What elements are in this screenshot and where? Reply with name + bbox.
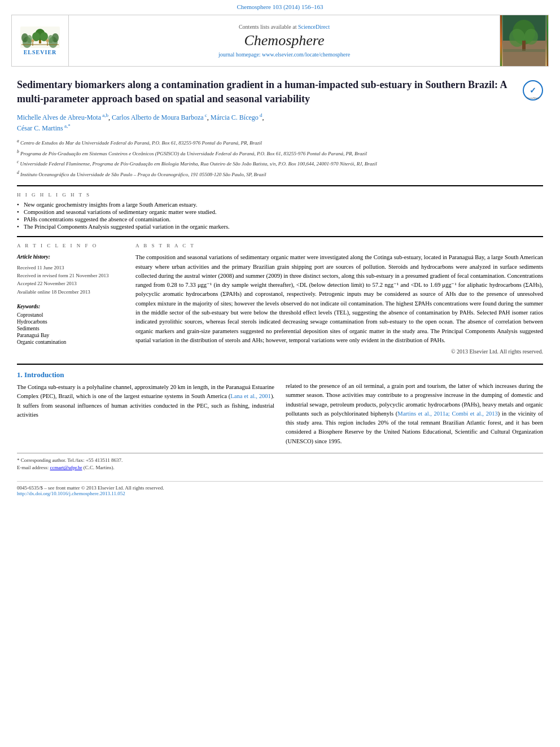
- svg-point-20: [524, 29, 538, 45]
- article-info-header: A R T I C L E I N F O: [17, 243, 124, 248]
- abstract-header: A B S T R A C T: [135, 243, 543, 248]
- author-4: César C. Martins a,*: [17, 124, 71, 132]
- intro-right-text: related to the presence of an oil termin…: [286, 382, 543, 446]
- doi-link[interactable]: http://dx.doi.org/10.1016/j.chemosphere.…: [17, 491, 125, 496]
- keyword-4: Paranaguá Bay: [17, 332, 124, 339]
- authors-line: Michelle Alves de Abreu-Mota a,b, Carlos…: [17, 112, 543, 133]
- homepage-line: journal homepage: www.elsevier.com/locat…: [218, 51, 350, 58]
- doi-url: http://dx.doi.org/10.1016/j.chemosphere.…: [17, 491, 125, 496]
- highlight-item-2: Composition and seasonal variations of s…: [17, 208, 543, 216]
- author-3: Márcia C. Bícego d,: [211, 113, 264, 121]
- keyword-5: Organic contamination: [17, 339, 124, 346]
- ref-martins-link[interactable]: Martins et al., 2011a;: [397, 410, 449, 417]
- svg-text:CrossMark: CrossMark: [527, 97, 540, 99]
- introduction-columns: 1. Introduction The Cotinga sub-estuary …: [17, 370, 543, 446]
- introduction-section: 1. Introduction The Cotinga sub-estuary …: [17, 364, 543, 446]
- keywords-section: Keywords: Coprostanol Hydrocarbons Sedim…: [17, 304, 124, 346]
- svg-point-6: [48, 35, 54, 43]
- footnotes-section: * Corresponding author. Tel./fax: +55 41…: [17, 453, 543, 472]
- footnote-email: E-mail address: ccmart@ufpr.br (C.C. Mar…: [17, 464, 543, 472]
- keyword-3: Sediments: [17, 325, 124, 332]
- abstract-column: A B S T R A C T The composition and seas…: [135, 243, 543, 355]
- svg-text:✓: ✓: [530, 86, 536, 95]
- abstract-text: The composition and seasonal variations …: [135, 253, 543, 345]
- article-info-abstract: A R T I C L E I N F O Article history: R…: [17, 243, 543, 355]
- history-title: Article history:: [17, 253, 124, 261]
- keyword-2: Hydrocarbons: [17, 318, 124, 325]
- affiliation-a: a Centro de Estudos do Mar da Universida…: [17, 138, 543, 147]
- author-2-sup: c: [204, 112, 207, 118]
- author-1-link[interactable]: Michelle Alves de Abreu-Mota: [17, 113, 101, 121]
- highlight-item-1: New organic geochemistry insights from a…: [17, 201, 543, 208]
- section-title-text: Introduction: [24, 370, 64, 379]
- homepage-prefix: journal homepage:: [218, 51, 262, 58]
- highlights-list: New organic geochemistry insights from a…: [17, 201, 543, 230]
- accepted-date: Accepted 22 November 2013: [17, 279, 124, 287]
- author-2: Carlos Alberto de Moura Barboza c,: [112, 113, 211, 121]
- highlight-item-3: PAHs concentrations suggested the absenc…: [17, 216, 543, 223]
- author-2-link[interactable]: Carlos Alberto de Moura Barboza: [112, 113, 204, 121]
- author-3-link[interactable]: Márcia C. Bícego: [211, 113, 259, 121]
- elsevier-brand-text: ELSEVIER: [24, 49, 57, 55]
- journal-reference: Chemosphere 103 (2014) 156–163: [0, 0, 560, 12]
- author-1: Michelle Alves de Abreu-Mota a,b,: [17, 113, 112, 121]
- crossmark-icon: ✓ CrossMark: [523, 80, 543, 101]
- svg-point-14: [46, 39, 49, 42]
- email-address: ccmart@ufpr.br: [50, 465, 82, 470]
- intro-left-text: The Cotinga sub-estuary is a polyhaline …: [17, 383, 274, 420]
- svg-point-12: [32, 39, 34, 42]
- journal-ref-text: Chemosphere 103 (2014) 156–163: [237, 3, 323, 10]
- svg-point-3: [27, 35, 32, 43]
- highlight-item-4: The Principal Components Analysis sugges…: [17, 223, 543, 230]
- divider-highlights: [17, 185, 543, 186]
- affiliations-section: a Centro de Estudos do Mar da Universida…: [17, 138, 543, 178]
- journal-cover-image: [500, 15, 548, 66]
- author-3-sup: d: [259, 112, 262, 118]
- svg-rect-22: [503, 49, 545, 52]
- section-number: 1.: [17, 370, 23, 379]
- keywords-list: Coprostanol Hydrocarbons Sediments Paran…: [17, 312, 124, 346]
- article-info-column: A R T I C L E I N F O Article history: R…: [17, 243, 124, 355]
- elsevier-logo-container: ELSEVIER: [12, 15, 68, 66]
- ref-combi-link[interactable]: Combi et al., 2013: [452, 410, 498, 417]
- journal-header: ELSEVIER Contents lists available at Sci…: [11, 15, 549, 67]
- elsevier-logo: ELSEVIER: [18, 25, 63, 56]
- intro-left-column: 1. Introduction The Cotinga sub-estuary …: [17, 370, 274, 446]
- divider-article-info: [17, 236, 543, 237]
- email-link[interactable]: ccmart@ufpr.br: [50, 465, 82, 470]
- author-4-link[interactable]: César C. Martins: [17, 124, 63, 132]
- ref-lana-link[interactable]: Lana et al., 2001: [230, 393, 271, 399]
- affiliation-d: d Instituto Oceanográfico da Universidad…: [17, 169, 543, 179]
- highlights-section: H I G H L I G H T S New organic geochemi…: [17, 192, 543, 230]
- revised-date: Received in revised form 21 November 201…: [17, 272, 124, 279]
- issn-text: 0045-6535/$ – see front matter © 2013 El…: [17, 485, 164, 491]
- intro-right-column: related to the presence of an oil termin…: [286, 370, 543, 446]
- bottom-bar: 0045-6535/$ – see front matter © 2013 El…: [17, 481, 543, 501]
- affiliation-b: b Programa de Pós-Graduação em Sistemas …: [17, 148, 543, 158]
- keyword-1: Coprostanol: [17, 312, 124, 318]
- available-date: Available online 18 December 2013: [17, 288, 124, 296]
- article-title: Sedimentary biomarkers along a contamina…: [17, 78, 543, 106]
- crossmark-badge: ✓ CrossMark: [523, 80, 543, 102]
- homepage-url[interactable]: www.elsevier.com/locate/chemosphere: [262, 51, 350, 58]
- email-suffix: (C.C. Martins).: [82, 465, 115, 470]
- cover-thumbnail: [502, 15, 547, 66]
- sciencedirect-link[interactable]: ScienceDirect: [298, 24, 330, 30]
- copyright-text: © 2013 Elsevier Ltd. All rights reserved…: [135, 348, 543, 355]
- section-title: 1. Introduction: [17, 370, 274, 379]
- cover-art-icon: [503, 15, 545, 66]
- sciencedirect-prefix: Contents lists available at: [239, 24, 296, 30]
- affiliation-c: c Universidade Federal Fluminense, Progr…: [17, 159, 543, 168]
- article-history: Article history: Received 11 June 2013 R…: [17, 253, 124, 296]
- author-1-sup: a,b: [101, 112, 108, 118]
- received-date: Received 11 June 2013: [17, 264, 124, 272]
- keywords-title: Keywords:: [17, 304, 124, 309]
- email-label: E-mail address:: [17, 465, 49, 470]
- bottom-ids: 0045-6535/$ – see front matter © 2013 El…: [17, 485, 543, 496]
- highlights-header: H I G H L I G H T S: [17, 192, 543, 198]
- footnote-corresponding: * Corresponding author. Tel./fax: +55 41…: [17, 457, 543, 465]
- sciencedirect-line: Contents lists available at ScienceDirec…: [239, 24, 330, 30]
- title-section: ✓ CrossMark Sedimentary biomarkers along…: [17, 78, 543, 106]
- elsevier-tree-icon: [20, 27, 60, 48]
- main-content: ✓ CrossMark Sedimentary biomarkers along…: [0, 78, 560, 501]
